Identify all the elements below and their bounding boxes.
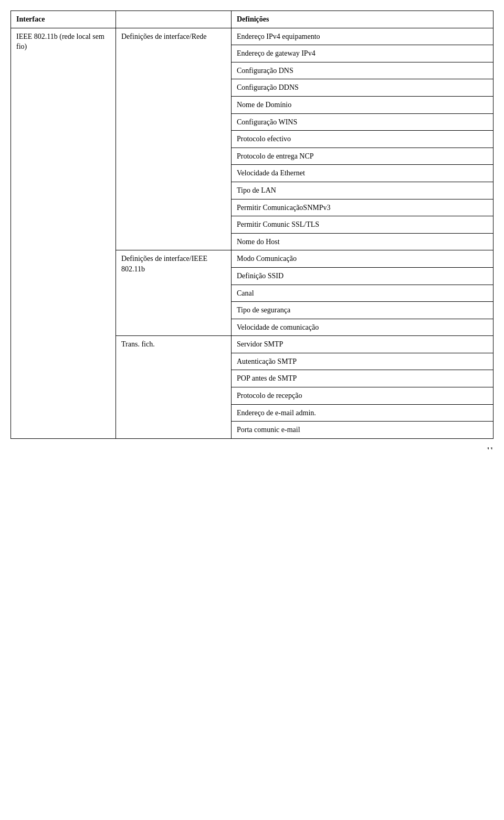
definition-item-cell: POP antes de SMTP <box>232 370 494 387</box>
definition-item-cell: Protocolo efectivo <box>232 131 494 148</box>
definition-item-cell: Protocolo de recepção <box>232 387 494 405</box>
interface-cell: IEEE 802.11b (rede local sem fio) <box>11 28 116 438</box>
definition-item-cell: Endereço de gateway IPv4 <box>232 45 494 62</box>
definition-item-cell: Nome do Host <box>232 233 494 250</box>
group-label-cell: Definições de interface/Rede <box>116 28 232 250</box>
definition-item-cell: Permitir ComunicaçãoSNMPv3 <box>232 199 494 216</box>
header-definitions-group <box>116 11 232 28</box>
definition-item-cell: Protocolo de entrega NCP <box>232 148 494 165</box>
page-number: 11 <box>487 446 494 449</box>
definition-item-cell: Endereço de e-mail admin. <box>232 404 494 422</box>
definition-item-cell: Configuração WINS <box>232 113 494 131</box>
definition-item-cell: Porta comunic e-mail <box>232 422 494 439</box>
header-interface: Interface <box>11 11 116 28</box>
definition-item-cell: Nome de Domínio <box>232 96 494 113</box>
group-label-cell: Trans. fich. <box>116 336 232 439</box>
header-definitions: Definições <box>232 11 494 28</box>
table-row: IEEE 802.11b (rede local sem fio)Definiç… <box>11 28 494 45</box>
definition-item-cell: Modo Comunicação <box>232 250 494 268</box>
definition-item-cell: Definição SSID <box>232 267 494 285</box>
main-table: Interface Definições IEEE 802.11b (rede … <box>10 10 494 439</box>
definition-item-cell: Canal <box>232 285 494 302</box>
definition-item-cell: Servidor SMTP <box>232 336 494 353</box>
definition-item-cell: Endereço IPv4 equipamento <box>232 28 494 45</box>
definition-item-cell: Velocidade da Ethernet <box>232 165 494 182</box>
definition-item-cell: Velocidade de comunicação <box>232 319 494 336</box>
definition-item-cell: Permitir Comunic SSL/TLS <box>232 216 494 234</box>
page-container: Interface Definições IEEE 802.11b (rede … <box>10 10 494 439</box>
definition-item-cell: Tipo de segurança <box>232 302 494 319</box>
group-label-cell: Definições de interface/IEEE 802.11b <box>116 250 232 336</box>
definition-item-cell: Configuração DNS <box>232 62 494 79</box>
definition-item-cell: Configuração DDNS <box>232 79 494 97</box>
definition-item-cell: Autenticação SMTP <box>232 353 494 370</box>
definition-item-cell: Tipo de LAN <box>232 182 494 199</box>
